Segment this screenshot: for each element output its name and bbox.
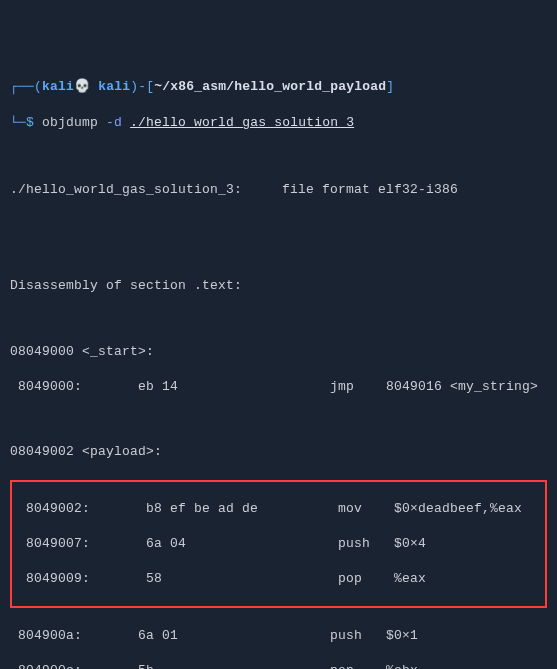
highlight-box: 8049002: b8 ef be ad de mov $0×deadbeef,… — [10, 480, 547, 609]
section-header: Disassembly of section .text: — [10, 277, 547, 295]
disasm-row: 8049009: 58 pop %eax — [18, 570, 539, 588]
disasm-row: 8049000: eb 14 jmp 8049016 <my_string> — [10, 378, 547, 396]
file-argument: ./hello world gas solution 3 — [130, 115, 354, 130]
skull-icon: 💀 — [74, 79, 90, 94]
prompt-close1: )-[ — [130, 79, 154, 94]
symbol-payload: 08049002 <payload>: — [10, 443, 547, 461]
prompt-1-line-2[interactable]: └─$ objdump -d ./hello world gas solutio… — [10, 114, 547, 132]
opt-d: -d — [106, 115, 122, 130]
prompt-host: kali — [98, 79, 130, 94]
disasm-row: 8049002: b8 ef be ad de mov $0×deadbeef,… — [18, 500, 539, 518]
prompt-1-line-1: ┌──(kali💀 kali)-[~/x86_asm/hello_world_p… — [10, 78, 547, 96]
file-header: ./hello_world_gas_solution_3: file forma… — [10, 181, 547, 199]
disasm-row: 804900c: 5b pop %ebx — [10, 662, 547, 669]
prompt-open: ┌──( — [10, 79, 42, 94]
prompt-close2: ] — [386, 79, 394, 94]
prompt-path: ~/x86_asm/hello_world_payload — [154, 79, 386, 94]
disasm-row: 804900a: 6a 01 push $0×1 — [10, 627, 547, 645]
prompt-line2-open: └─ — [10, 115, 26, 130]
cmd-objdump: objdump — [42, 115, 98, 130]
disasm-row: 8049007: 6a 04 push $0×4 — [18, 535, 539, 553]
prompt-user: kali — [42, 79, 74, 94]
symbol-start: 08049000 <_start>: — [10, 343, 547, 361]
dollar-icon: $ — [26, 115, 34, 130]
